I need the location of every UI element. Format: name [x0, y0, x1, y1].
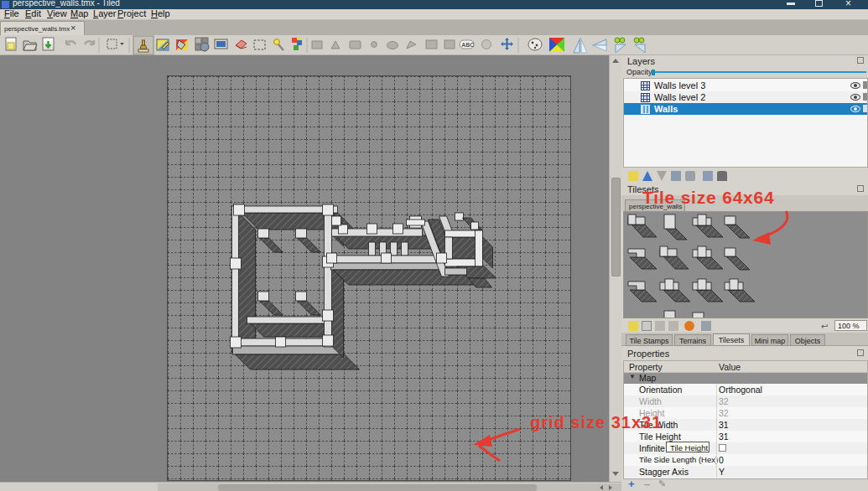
- svg-text:ABC: ABC: [461, 42, 474, 48]
